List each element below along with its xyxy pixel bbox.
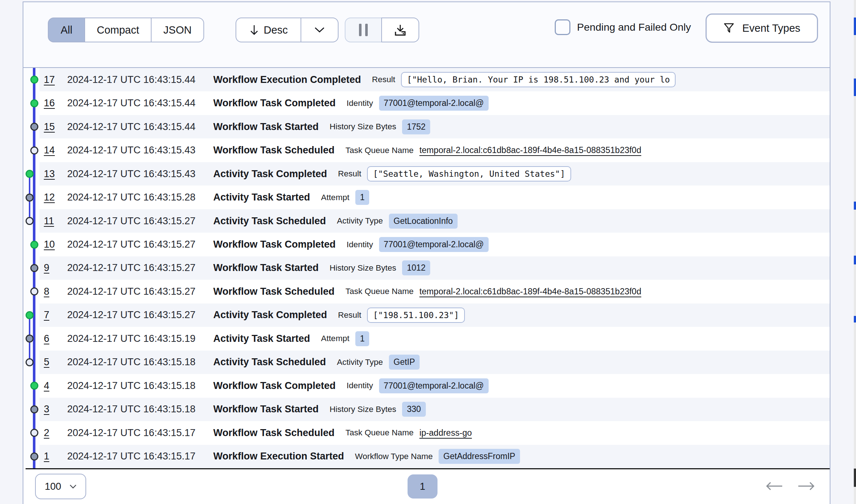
event-detail-label: Task Queue Name [345, 428, 413, 438]
event-row[interactable]: 11 2024-12-17 UTC 16:43:15.27 Activity T… [39, 209, 830, 233]
event-detail-value: ["Hello, Brian. Your IP is 198.51.100.23… [401, 72, 676, 87]
event-detail-value: 77001@temporal-2.local@ [379, 237, 489, 252]
event-name: Activity Task Scheduled [213, 215, 326, 227]
event-history-panel: All Compact JSON Desc [23, 1, 830, 504]
event-id-link[interactable]: 11 [44, 215, 67, 227]
event-id-link[interactable]: 10 [44, 239, 67, 250]
event-id-link[interactable]: 2 [44, 427, 67, 439]
event-history-table: 17 2024-12-17 UTC 16:43:15.44 Workflow E… [23, 68, 830, 468]
event-id-link[interactable]: 1 [44, 451, 67, 462]
event-row[interactable]: 12 2024-12-17 UTC 16:43:15.28 Activity T… [39, 186, 830, 209]
event-dot [30, 241, 38, 249]
event-detail-value: ["Seattle, Washington, United States"] [367, 166, 571, 182]
event-timestamp: 2024-12-17 UTC 16:43:15.44 [67, 121, 213, 133]
event-name: Activity Task Completed [213, 309, 327, 321]
event-detail-value: 1752 [402, 119, 430, 134]
event-detail-label: Activity Type [337, 358, 383, 367]
next-page-arrow-icon[interactable] [797, 481, 816, 491]
event-row[interactable]: 9 2024-12-17 UTC 16:43:15.27 Workflow Ta… [39, 256, 830, 280]
event-row[interactable]: 14 2024-12-17 UTC 16:43:15.43 Workflow T… [39, 138, 830, 162]
event-name: Workflow Task Scheduled [213, 286, 335, 297]
view-mode-tabs: All Compact JSON [48, 18, 204, 42]
pause-icon [359, 24, 368, 36]
event-timestamp: 2024-12-17 UTC 16:43:15.43 [67, 168, 213, 180]
event-id-link[interactable]: 7 [44, 309, 67, 321]
event-id-link[interactable]: 13 [44, 168, 67, 180]
event-row[interactable]: 8 2024-12-17 UTC 16:43:15.27 Workflow Ta… [39, 280, 830, 303]
sort-desc-button[interactable]: Desc [236, 18, 301, 42]
event-id-link[interactable]: 16 [44, 98, 67, 109]
event-id-link[interactable]: 8 [44, 286, 67, 297]
event-types-filter-button[interactable]: Event Types [706, 14, 818, 43]
event-row[interactable]: 7 2024-12-17 UTC 16:43:15.27 Activity Ta… [39, 303, 830, 327]
event-row[interactable]: 15 2024-12-17 UTC 16:43:15.44 Workflow T… [39, 115, 830, 138]
event-row[interactable]: 17 2024-12-17 UTC 16:43:15.44 Workflow E… [39, 68, 830, 91]
event-timestamp: 2024-12-17 UTC 16:43:15.44 [67, 98, 213, 109]
event-dot [30, 453, 38, 461]
event-timestamp: 2024-12-17 UTC 16:43:15.27 [67, 286, 213, 297]
event-timestamp: 2024-12-17 UTC 16:43:15.27 [67, 309, 213, 321]
event-dot [30, 429, 38, 437]
tab-compact[interactable]: Compact [84, 18, 152, 42]
event-detail-label: Identity [347, 381, 373, 390]
sort-desc-label: Desc [264, 24, 288, 36]
event-name: Workflow Execution Started [213, 451, 344, 462]
event-id-link[interactable]: 4 [44, 380, 67, 392]
event-name: Activity Task Completed [213, 168, 327, 180]
download-icon [394, 23, 407, 37]
download-button[interactable] [381, 18, 419, 42]
page-number-button[interactable]: 1 [408, 474, 437, 499]
event-detail-label: Result [338, 169, 362, 179]
task-queue-link[interactable]: temporal-2.local:c61db8ac-189f-4b4e-8a15… [419, 287, 641, 297]
event-dot [26, 335, 34, 343]
sort-dropdown-button[interactable] [301, 18, 339, 42]
event-detail-label: History Size Bytes [330, 263, 397, 273]
event-row[interactable]: 2 2024-12-17 UTC 16:43:15.17 Workflow Ta… [39, 421, 830, 444]
event-dot [26, 311, 34, 319]
pending-failed-checkbox[interactable] [555, 19, 570, 35]
event-row[interactable]: 13 2024-12-17 UTC 16:43:15.43 Activity T… [39, 162, 830, 186]
event-id-link[interactable]: 17 [44, 74, 67, 85]
event-row[interactable]: 3 2024-12-17 UTC 16:43:15.18 Workflow Ta… [39, 398, 830, 421]
event-row[interactable]: 10 2024-12-17 UTC 16:43:15.27 Workflow T… [39, 233, 830, 256]
event-name: Workflow Task Started [213, 262, 319, 274]
pause-button[interactable] [345, 18, 382, 42]
chevron-down-icon [314, 27, 325, 33]
event-dot [26, 194, 34, 202]
event-id-link[interactable]: 12 [44, 192, 67, 203]
event-name: Workflow Task Completed [213, 380, 336, 392]
event-detail-value: 1 [355, 190, 370, 205]
event-row[interactable]: 6 2024-12-17 UTC 16:43:15.19 Activity Ta… [39, 327, 830, 350]
event-detail-label: Identity [347, 99, 373, 108]
event-dot [30, 287, 38, 295]
event-types-label: Event Types [742, 22, 800, 34]
event-id-link[interactable]: 3 [44, 404, 67, 415]
event-timestamp: 2024-12-17 UTC 16:43:15.28 [67, 192, 213, 203]
event-detail-label: Task Queue Name [345, 287, 413, 296]
event-id-link[interactable]: 15 [44, 121, 67, 133]
event-id-link[interactable]: 14 [44, 145, 67, 156]
page-size-select[interactable]: 100 [35, 474, 86, 499]
event-detail-label: Attempt [321, 334, 349, 343]
event-detail-label: Identity [347, 240, 373, 249]
task-queue-link[interactable]: ip-address-go [419, 428, 472, 438]
event-row[interactable]: 4 2024-12-17 UTC 16:43:15.18 Workflow Ta… [39, 374, 830, 397]
event-timestamp: 2024-12-17 UTC 16:43:15.43 [67, 145, 213, 156]
event-detail-value: 77001@temporal-2.local@ [379, 378, 489, 393]
task-queue-link[interactable]: temporal-2.local:c61db8ac-189f-4b4e-8a15… [419, 145, 641, 155]
event-detail-value: 77001@temporal-2.local@ [379, 96, 489, 111]
previous-page-arrow-icon[interactable] [765, 481, 784, 491]
event-id-link[interactable]: 5 [44, 356, 67, 368]
event-row[interactable]: 5 2024-12-17 UTC 16:43:15.18 Activity Ta… [39, 351, 830, 374]
tab-json[interactable]: JSON [151, 18, 204, 42]
event-id-link[interactable]: 9 [44, 262, 67, 274]
event-dot [30, 76, 38, 84]
event-name: Activity Task Started [213, 192, 310, 203]
event-row[interactable]: 1 2024-12-17 UTC 16:43:15.17 Workflow Ex… [39, 445, 830, 468]
event-timestamp: 2024-12-17 UTC 16:43:15.18 [67, 404, 213, 415]
event-id-link[interactable]: 6 [44, 333, 67, 344]
pending-failed-label[interactable]: Pending and Failed Only [577, 19, 691, 35]
tab-all[interactable]: All [48, 18, 85, 42]
event-dot [26, 170, 34, 178]
event-row[interactable]: 16 2024-12-17 UTC 16:43:15.44 Workflow T… [39, 91, 830, 115]
